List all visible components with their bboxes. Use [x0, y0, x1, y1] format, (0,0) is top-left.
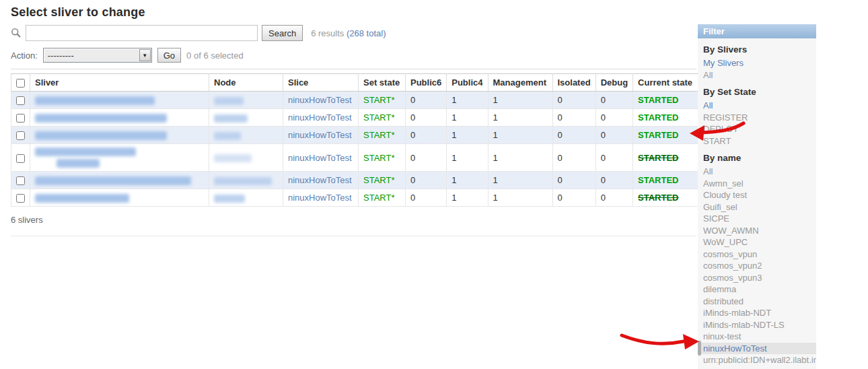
filter-item-name[interactable]: WoW_UPC	[698, 236, 816, 248]
select-all-checkbox[interactable]	[16, 79, 25, 88]
slice-link[interactable]: ninuxHowToTest	[288, 153, 352, 163]
col-header-slice[interactable]: Slice	[283, 74, 359, 92]
filter-item-name[interactable]: Awmn_sel	[698, 178, 816, 190]
filter-heading-by-name: By name	[698, 147, 816, 166]
show-all-link[interactable]: (268 total)	[347, 28, 386, 38]
redacted-sliver-name	[35, 114, 167, 123]
filter-item-name[interactable]: WOW_AWMN	[698, 225, 816, 237]
col-header-node[interactable]: Node	[209, 74, 283, 92]
cell-current-state: STARTED	[633, 127, 704, 144]
cell-isolated: 0	[552, 172, 595, 189]
slice-link[interactable]: ninuxHowToTest	[288, 175, 352, 185]
search-input[interactable]	[26, 25, 258, 41]
filter-item-name[interactable]: cosmos_vpun2	[698, 260, 816, 272]
cell-management: 1	[488, 109, 552, 127]
filter-item-name-ninuxhowtotest[interactable]: ninuxHowToTest	[698, 343, 816, 355]
filter-heading-by-set-state: By Set State	[698, 81, 816, 100]
filter-list-by-set-state: All REGISTER DEPLOY START	[698, 100, 816, 147]
row-checkbox[interactable]	[16, 176, 25, 185]
col-header-set-state[interactable]: Set state	[359, 74, 406, 92]
table-row: ninuxHowToTest START* 0 1 1 0 0 STARTED	[11, 172, 704, 189]
cell-set-state: START*	[359, 109, 406, 127]
filter-item-name[interactable]: cosmos_vpun3	[698, 272, 816, 284]
filter-item-name[interactable]: urn:publicid:IDN+wall2.ilabt.iminds.be:f	[698, 354, 816, 366]
cell-public6: 0	[406, 144, 447, 172]
col-header-public4[interactable]: Public4	[447, 74, 488, 92]
redacted-sliver-name	[35, 131, 167, 140]
cell-management: 1	[488, 189, 552, 207]
col-header-current-state[interactable]: Current state	[633, 74, 704, 92]
slice-link[interactable]: ninuxHowToTest	[288, 95, 352, 105]
filter-item-name[interactable]: dilemma	[698, 283, 816, 296]
row-checkbox[interactable]	[16, 154, 25, 163]
cell-management: 1	[488, 172, 552, 189]
filter-item-name[interactable]: Guifi_sel	[698, 201, 816, 213]
filter-item-name[interactable]: ninux-test	[698, 331, 816, 343]
current-state-badge: STARTED	[638, 95, 678, 105]
filter-item-name[interactable]: Cloudy test	[698, 189, 816, 201]
filter-scrollbar-thumb[interactable]	[698, 341, 701, 356]
cell-sliver	[30, 109, 209, 127]
cell-set-state: START*	[359, 144, 406, 172]
slice-link[interactable]: ninuxHowToTest	[288, 193, 352, 203]
filter-item-name[interactable]: cosmos_vpun	[698, 248, 816, 261]
page-title: Select sliver to change	[0, 0, 868, 22]
filter-item-name-all[interactable]: All	[698, 166, 816, 178]
cell-set-state: START*	[359, 189, 406, 207]
cell-sliver	[30, 172, 209, 189]
cell-slice: ninuxHowToTest	[283, 189, 359, 207]
action-select[interactable]: --------- ▼	[43, 48, 152, 63]
cell-node	[209, 172, 283, 189]
slice-link[interactable]: ninuxHowToTest	[288, 130, 352, 140]
cell-slice: ninuxHowToTest	[283, 144, 359, 172]
select-all-header	[11, 74, 30, 92]
row-checkbox[interactable]	[16, 114, 25, 123]
cell-public4: 1	[447, 172, 488, 189]
selection-counter: 0 of 6 selected	[186, 51, 244, 61]
col-header-management[interactable]: Management	[488, 74, 552, 92]
filter-item-name[interactable]: SICPE	[698, 213, 816, 225]
cell-set-state: START*	[359, 127, 406, 144]
redacted-node-name	[214, 114, 248, 123]
filter-item-name[interactable]: iMinds-mlab-NDT-LS	[698, 319, 816, 331]
redacted-node-name	[214, 177, 272, 185]
search-button[interactable]: Search	[262, 25, 303, 41]
slice-link[interactable]: ninuxHowToTest	[288, 112, 352, 123]
filter-item-my-slivers[interactable]: My Slivers	[698, 57, 816, 69]
col-header-public6[interactable]: Public6	[406, 74, 447, 92]
col-header-sliver[interactable]: Sliver	[30, 74, 209, 92]
cell-sliver	[30, 127, 209, 144]
cell-node	[209, 127, 283, 144]
go-button[interactable]: Go	[157, 48, 181, 63]
table-row: ninuxHowToTest START* 0 1 1 0 0 STARTED	[11, 189, 704, 207]
cell-isolated: 0	[552, 109, 595, 127]
annotation-arrow-ninuxhowtotest	[618, 330, 702, 354]
col-header-isolated[interactable]: Isolated	[552, 74, 595, 92]
row-checkbox[interactable]	[16, 96, 25, 105]
filter-item-set-state-start[interactable]: START	[698, 135, 816, 147]
col-header-debug[interactable]: Debug	[595, 74, 632, 92]
filter-item-name[interactable]: distributed	[698, 296, 816, 308]
filter-item-name[interactable]: iMinds-mlab-NDT	[698, 307, 816, 319]
filter-item-set-state-deploy[interactable]: DEPLOY	[698, 123, 816, 135]
redacted-sliver-name	[35, 96, 155, 105]
redacted-node-name	[214, 97, 244, 105]
filter-item-set-state-all[interactable]: All	[698, 100, 816, 112]
cell-isolated: 0	[552, 144, 595, 172]
cell-public4: 1	[447, 144, 488, 172]
filter-heading-by-slivers: By Slivers	[698, 38, 816, 57]
cell-public6: 0	[406, 127, 447, 144]
row-checkbox[interactable]	[16, 194, 25, 203]
cell-debug: 0	[595, 144, 632, 172]
cell-slice: ninuxHowToTest	[283, 92, 359, 109]
cell-sliver	[30, 189, 209, 207]
filter-item-set-state-register[interactable]: REGISTER	[698, 112, 816, 124]
cell-debug: 0	[595, 109, 632, 127]
row-checkbox[interactable]	[16, 131, 25, 140]
redacted-node-name	[214, 195, 245, 203]
redacted-node-name	[214, 154, 252, 162]
sliver-table: Sliver Node Slice Set state Public6 Publ…	[11, 73, 704, 207]
filter-item-all-slivers[interactable]: All	[698, 69, 816, 81]
filter-item-name[interactable]: urn:publicid:IDN+wall2.ilabt.iminds.be:f	[698, 366, 816, 369]
cell-public4: 1	[447, 92, 488, 109]
